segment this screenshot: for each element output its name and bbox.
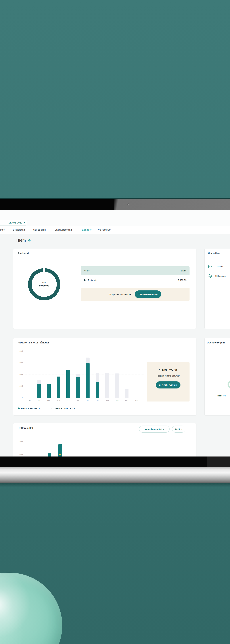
huskeliste-item-label: 63 fakturaer bbox=[215, 275, 226, 277]
invoiced-12-months-card: Fakturert siste 12 måneder 800k600k400k2… bbox=[13, 338, 196, 416]
x-axis-month-label: Aug bbox=[104, 400, 111, 401]
year-dropdown[interactable]: 2020 ▾ bbox=[172, 426, 185, 432]
chart-legend: Betalt: 2 697 308,75 Fakturert: 4 061 25… bbox=[18, 407, 76, 410]
huskeliste-item[interactable]: 1 fil i innb bbox=[208, 264, 230, 269]
x-axis-month-label: Okt bbox=[123, 400, 130, 401]
bar-betalt bbox=[96, 382, 99, 398]
bar-betalt bbox=[76, 377, 80, 398]
table-row[interactable]: Testkonto9 999,99 bbox=[81, 275, 189, 285]
huskeliste-item[interactable]: 63 fakturaer bbox=[208, 274, 230, 278]
page-title: Hjem bbox=[17, 238, 26, 242]
x-axis-month-label: Mar bbox=[55, 400, 62, 401]
x-axis-month-label: Jan bbox=[36, 400, 43, 401]
x-axis-month-label: Des bbox=[26, 400, 33, 401]
bar-betalt bbox=[86, 363, 90, 398]
legend-fakturert-label: Fakturert: 4 061 253,75 bbox=[55, 407, 76, 410]
betalt-swatch-icon bbox=[18, 408, 20, 409]
x-axis-month-label: Sep bbox=[114, 400, 120, 401]
banksaldo-title: Banksaldo bbox=[18, 252, 30, 255]
huskeliste-item-label: 1 fil i innb bbox=[215, 265, 224, 268]
nav-item-søk-på-bilag[interactable]: Søk på bilag bbox=[33, 228, 46, 231]
huskeliste-card: Huskeliste 1 fil i innb63 fakturaer bbox=[204, 248, 230, 329]
drift-bar bbox=[48, 454, 51, 456]
x-axis-month-label: Jul bbox=[94, 400, 101, 401]
nav-item-vis-fakturaer[interactable]: Vis fakturaer bbox=[98, 228, 111, 231]
invoiced-title: Fakturert siste 12 måneder bbox=[18, 341, 49, 344]
account-balance: 9 999,99 bbox=[178, 279, 186, 282]
unpaid-note: Det ser i bbox=[217, 394, 225, 397]
huskeliste-title: Huskeliste bbox=[208, 252, 220, 255]
result-period-dropdown[interactable]: Månedlig resultat ▾ bbox=[139, 426, 170, 432]
webcam bbox=[127, 204, 129, 206]
date-filter-chip[interactable]: 15. okt. 2020 ▾ bbox=[0, 220, 27, 226]
to-bank-reconciliation-button[interactable]: Til bankavstemming bbox=[135, 290, 161, 298]
nav-item-eiendeler[interactable]: Eiendeler bbox=[82, 228, 91, 231]
x-axis-line bbox=[25, 398, 144, 398]
bar-betalt bbox=[37, 384, 41, 398]
overdue-amount: 1 463 825,00 bbox=[159, 368, 177, 372]
nav-item-bilagsføring[interactable]: Bilagsføring bbox=[13, 228, 25, 231]
date-filter-label: 15. okt. 2020 bbox=[9, 221, 22, 224]
banksaldo-card: Banksaldo Sum 9 999,99 Konto Saldo Testk… bbox=[13, 248, 196, 329]
reconcile-text: 199 poster å avstemme bbox=[109, 293, 131, 296]
laptop-bezel-bottom bbox=[0, 456, 230, 467]
account-name: Testkonto bbox=[88, 279, 97, 282]
bezel-corner-glare bbox=[207, 456, 230, 467]
fakturert-swatch-icon bbox=[52, 408, 53, 409]
account-dot-icon bbox=[84, 279, 86, 281]
x-axis-month-label: Mai bbox=[75, 400, 81, 401]
col-header-saldo: Saldo bbox=[181, 270, 186, 272]
donut-sum-value: 9 999,99 bbox=[39, 284, 49, 287]
bar-fakturert bbox=[105, 373, 109, 398]
laptop-base-shadow bbox=[0, 483, 230, 487]
gridline bbox=[25, 374, 144, 375]
bell-icon bbox=[208, 274, 212, 278]
nav-item-bankavstemming[interactable]: Bankavstemming bbox=[55, 228, 72, 231]
year-label: 2020 bbox=[175, 428, 180, 430]
bank-balance-donut-chart: Sum 9 999,99 bbox=[28, 268, 60, 300]
laptop-bezel-top bbox=[0, 199, 230, 210]
teal-sphere bbox=[0, 572, 62, 644]
x-axis-month-label: Feb bbox=[45, 400, 52, 401]
nav-item-ende[interactable]: ende bbox=[0, 228, 5, 231]
drift-ytick-800k: 800k bbox=[16, 440, 23, 442]
result-period-label: Månedlig resultat bbox=[145, 428, 162, 430]
x-axis-month-label: Nov bbox=[133, 400, 140, 401]
bar-fakturert bbox=[125, 389, 128, 398]
table-header-row: Konto Saldo bbox=[81, 266, 189, 275]
marketing-scene: 15. okt. 2020 ▾ endeBilagsføringSøk på b… bbox=[0, 0, 230, 644]
legend-betalt-label: Betalt: 2 697 308,75 bbox=[21, 407, 40, 410]
x-axis-month-label: Jun bbox=[84, 400, 91, 401]
col-header-konto: Konto bbox=[84, 270, 90, 272]
bar-betalt bbox=[47, 384, 51, 398]
legend-betalt: Betalt: 2 697 308,75 bbox=[18, 407, 40, 410]
bar-betalt bbox=[66, 370, 70, 398]
page-title-row: Hjem ⚙ bbox=[17, 238, 31, 242]
chevron-down-icon: ▾ bbox=[163, 428, 164, 430]
bank-accounts-table: Konto Saldo Testkonto9 999,99 bbox=[81, 266, 189, 285]
gridline bbox=[25, 351, 144, 352]
operating-result-card: Driftsresultat Månedlig resultat ▾ 2020 … bbox=[13, 423, 196, 456]
gear-icon[interactable]: ⚙ bbox=[28, 239, 31, 242]
donut-sum-label: Sum bbox=[42, 282, 46, 284]
drift-ytick-400k: 400k bbox=[16, 453, 23, 455]
chevron-down-icon: ▾ bbox=[181, 428, 182, 430]
unpaid-bills-title: Ubetalte regnin bbox=[207, 341, 225, 344]
divider bbox=[208, 272, 230, 272]
account-cell: Testkonto bbox=[84, 279, 97, 282]
see-overdue-invoices-button[interactable]: Se forfalte fakturaer bbox=[156, 382, 180, 388]
y-axis-tick: 0 bbox=[16, 397, 23, 398]
y-axis-tick: 200k bbox=[16, 385, 23, 387]
marker-dot-icon bbox=[59, 454, 61, 456]
overdue-caption: Restsum forfalte fakturaer bbox=[157, 374, 179, 378]
laptop-base bbox=[0, 467, 230, 483]
y-axis-tick: 800k bbox=[16, 350, 23, 352]
y-axis-tick: 600k bbox=[16, 362, 23, 364]
bar-fakturert bbox=[115, 374, 119, 398]
inbox-icon bbox=[208, 264, 212, 269]
chevron-down-icon: ▾ bbox=[24, 222, 25, 223]
main-nav: endeBilagsføringSøk på bilagBankavstemmi… bbox=[0, 226, 230, 234]
reconcile-banner: 199 poster å avstemme Til bankavstemming bbox=[81, 288, 189, 301]
bezel-glare bbox=[114, 199, 230, 210]
overdue-summary-panel: 1 463 825,00 Restsum forfalte fakturaer … bbox=[147, 362, 189, 402]
